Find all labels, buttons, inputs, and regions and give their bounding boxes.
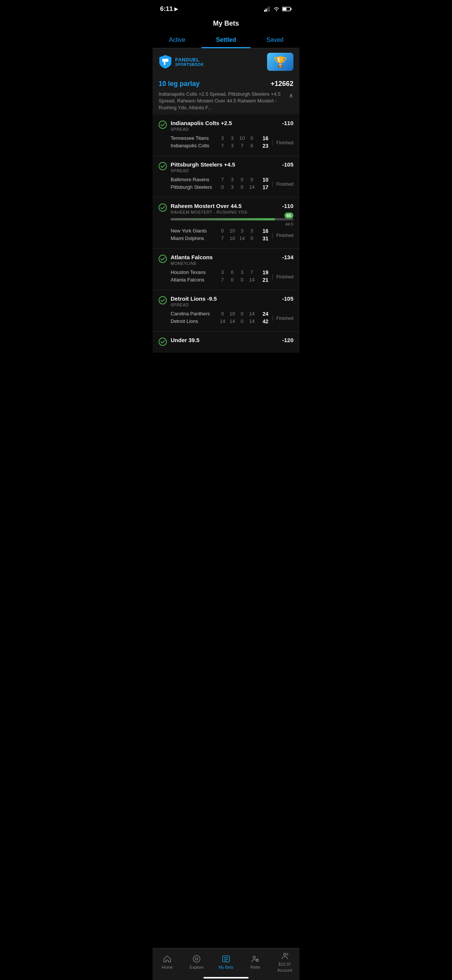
bet-header-row: Pittsburgh Steelers +4.5 -105 bbox=[170, 161, 293, 168]
account-icon bbox=[280, 951, 289, 960]
nav-explore[interactable]: Explore bbox=[182, 955, 211, 969]
fanduel-text: FANDUEL SPORTSBOOK bbox=[175, 57, 204, 67]
check-circle-icon bbox=[159, 162, 167, 170]
check-circle-icon bbox=[159, 121, 167, 129]
bet-item: Indianapolis Colts +2.5 -110 SPREAD Tenn… bbox=[153, 115, 299, 156]
svg-rect-7 bbox=[283, 8, 286, 11]
page-title: My Bets bbox=[153, 17, 299, 32]
svg-point-13 bbox=[159, 338, 167, 345]
check-circle-icon bbox=[159, 204, 167, 212]
bottom-nav: Home Explore My Bets Refer bbox=[153, 948, 299, 980]
score-group: Tennessee Titans 3 3 10 0 16 Indianapoli… bbox=[170, 135, 293, 150]
bet-item: Under 39.5 -120 bbox=[153, 332, 299, 353]
svg-point-14 bbox=[193, 956, 200, 962]
wifi-icon bbox=[273, 6, 280, 12]
status-time: 6:11 ▶ bbox=[160, 5, 178, 13]
tab-saved[interactable]: Saved bbox=[250, 32, 299, 48]
svg-point-9 bbox=[159, 162, 167, 170]
svg-point-11 bbox=[159, 255, 167, 262]
svg-point-22 bbox=[283, 953, 286, 956]
refer-icon bbox=[251, 955, 260, 963]
bet-header-row: Detroit Lions -9.5 -105 bbox=[170, 295, 293, 302]
svg-point-23 bbox=[286, 954, 288, 955]
chevron-up-icon[interactable]: ∧ bbox=[289, 92, 293, 100]
nav-account[interactable]: $10.37 Account bbox=[270, 951, 299, 972]
nav-home[interactable]: Home bbox=[153, 955, 182, 969]
parlay-description: Indianapolis Colts +2.5 Spread, Pittsbur… bbox=[159, 91, 293, 111]
home-icon bbox=[163, 955, 172, 963]
score-row: Indianapolis Colts 7 3 7 6 23 bbox=[170, 143, 269, 149]
progress-bar: 65 44.5 bbox=[170, 218, 293, 220]
score-group: New York Giants 0 10 3 3 16 Miami Dolphi… bbox=[170, 228, 293, 243]
parlay-header: 10 leg parlay +12662 Indianapolis Colts … bbox=[153, 75, 299, 115]
status-bar: 6:11 ▶ bbox=[153, 0, 299, 17]
svg-point-12 bbox=[159, 296, 167, 304]
nav-my-bets[interactable]: My Bets bbox=[211, 955, 241, 969]
bets-list: Indianapolis Colts +2.5 -110 SPREAD Tenn… bbox=[153, 115, 299, 353]
check-circle-icon bbox=[159, 255, 167, 263]
nav-refer[interactable]: Refer bbox=[241, 955, 270, 969]
svg-rect-2 bbox=[267, 8, 268, 12]
tab-active[interactable]: Active bbox=[153, 32, 202, 48]
svg-point-15 bbox=[196, 958, 198, 960]
location-icon: ▶ bbox=[174, 6, 178, 12]
parlay-legs: 10 leg parlay bbox=[159, 80, 200, 88]
check-circle-icon bbox=[159, 337, 167, 346]
bet-header-row: Raheem Mostert Over 44.5 -110 bbox=[170, 203, 293, 209]
home-indicator bbox=[204, 977, 248, 978]
score-row: Houston Texans 3 6 3 7 19 bbox=[170, 269, 269, 275]
svg-point-10 bbox=[159, 204, 167, 212]
svg-rect-6 bbox=[291, 8, 292, 10]
bet-header-row: Indianapolis Colts +2.5 -110 bbox=[170, 120, 293, 126]
battery-icon bbox=[282, 6, 292, 12]
bet-item: Pittsburgh Steelers +4.5 -105 SPREAD Bal… bbox=[153, 156, 299, 197]
bet-header-row: Atlanta Falcons -134 bbox=[170, 254, 293, 260]
status-icons bbox=[264, 6, 292, 12]
bet-item: Raheem Mostert Over 44.5 -110 RAHEEM MOS… bbox=[153, 197, 299, 249]
svg-point-4 bbox=[276, 10, 277, 11]
score-row: Detroit Lions 14 14 0 14 42 bbox=[170, 318, 269, 325]
explore-icon bbox=[192, 955, 201, 963]
score-row: Pittsburgh Steelers 0 3 0 14 17 bbox=[170, 184, 269, 190]
score-group: Baltimore Ravens 7 3 0 0 10 Pittsburgh S… bbox=[170, 177, 293, 192]
score-row: Miami Dolphins 7 10 14 0 31 bbox=[170, 235, 269, 242]
score-row: Baltimore Ravens 7 3 0 0 10 bbox=[170, 177, 269, 183]
parlay-odds: +12662 bbox=[271, 80, 293, 88]
svg-rect-3 bbox=[269, 6, 270, 12]
fanduel-header: FANDUEL SPORTSBOOK 🏆 bbox=[153, 48, 299, 75]
tabs-container: Active Settled Saved bbox=[153, 32, 299, 48]
svg-point-8 bbox=[159, 121, 167, 129]
bet-item: Atlanta Falcons -134 MONEYLINE Houston T… bbox=[153, 249, 299, 290]
my-bets-icon bbox=[221, 955, 231, 963]
check-circle-icon bbox=[159, 296, 167, 304]
fanduel-shield-icon bbox=[159, 54, 172, 69]
score-group: Carolina Panthers 0 10 0 14 24 Detroit L… bbox=[170, 311, 293, 326]
score-row: Tennessee Titans 3 3 10 0 16 bbox=[170, 135, 269, 141]
bet-header-row: Under 39.5 -120 bbox=[170, 337, 293, 343]
score-row: Carolina Panthers 0 10 0 14 24 bbox=[170, 311, 269, 317]
svg-point-20 bbox=[253, 956, 255, 959]
svg-rect-0 bbox=[264, 10, 265, 12]
parlay-title-row: 10 leg parlay +12662 bbox=[159, 80, 293, 88]
tab-settled[interactable]: Settled bbox=[202, 32, 250, 48]
score-group: Houston Texans 3 6 3 7 19 Atlanta Falcon… bbox=[170, 269, 293, 285]
signal-icon bbox=[264, 6, 271, 12]
score-row: Atlanta Falcons 7 0 0 14 21 bbox=[170, 277, 269, 283]
score-row: New York Giants 0 10 3 3 16 bbox=[170, 228, 269, 234]
bet-item: Detroit Lions -9.5 -105 SPREAD Carolina … bbox=[153, 290, 299, 332]
fanduel-logo: FANDUEL SPORTSBOOK bbox=[159, 54, 204, 69]
svg-rect-1 bbox=[266, 9, 267, 12]
trophy-icon: 🏆 bbox=[267, 53, 293, 71]
